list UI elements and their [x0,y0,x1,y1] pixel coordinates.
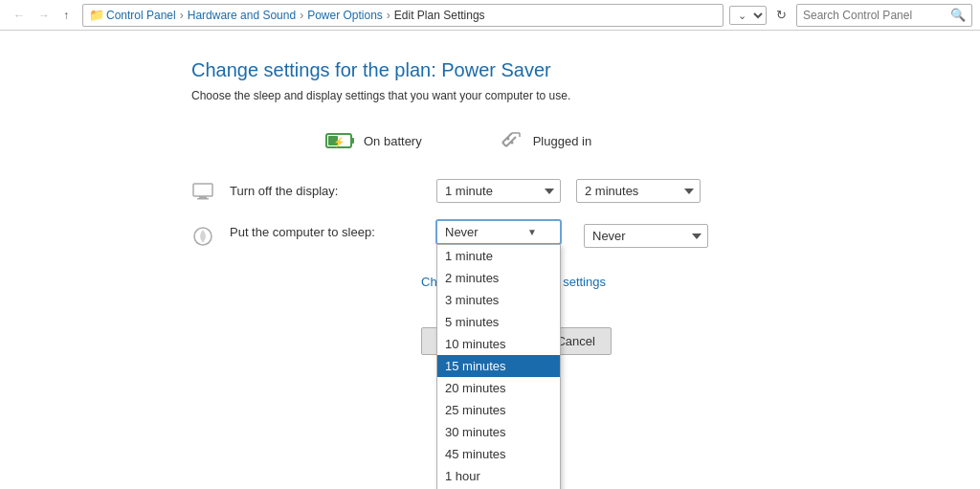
svg-point-9 [506,138,509,141]
dropdown-item-15min[interactable]: 15 minutes [437,355,560,377]
sleep-icon [191,225,214,248]
svg-rect-13 [197,198,209,200]
dropdown-item-3min[interactable]: 3 minutes [437,289,560,311]
breadcrumb: 📁 Control Panel › Hardware and Sound › P… [82,4,724,27]
display-label: Turn off the display: [230,184,421,198]
sleep-battery-dropdown-trigger[interactable]: Never ▼ [436,220,561,244]
sleep-plugged-dropdown[interactable]: Never 1 minute 2 minutes 5 minutes [584,224,708,248]
main-content: Change settings for the plan: Power Save… [0,31,980,489]
plugged-in-label: Plugged in [499,131,591,150]
battery-icon: ⚡ [325,131,356,150]
svg-rect-1 [351,138,354,144]
breadcrumb-power-options[interactable]: Power Options [307,9,383,22]
svg-line-6 [502,143,506,146]
on-battery-label: ⚡ On battery [325,131,422,150]
dropdown-item-25min[interactable]: 25 minutes [437,399,560,421]
display-battery-dropdown[interactable]: 1 minute 2 minutes 3 minutes 5 minutes 1… [436,179,561,203]
plug-icon [499,131,525,150]
forward-button[interactable]: → [33,6,56,25]
sleep-label: Put the computer to sleep: [230,225,421,239]
breadcrumb-control-panel[interactable]: Control Panel [106,9,176,22]
svg-rect-11 [193,184,212,196]
up-button[interactable]: ↑ [57,6,75,25]
address-dropdown[interactable]: ⌄ [729,6,767,25]
dropdown-item-20min[interactable]: 20 minutes [437,377,560,399]
search-box: 🔍 [796,4,972,27]
sleep-dropdown-list: 1 minute 2 minutes 3 minutes 5 minutes 1… [436,244,561,489]
breadcrumb-edit-plan: Edit Plan Settings [394,9,485,22]
page-title: Change settings for the plan: Power Save… [191,59,923,81]
sleep-battery-value: Never [445,225,479,239]
dropdown-item-10min[interactable]: 10 minutes [437,333,560,355]
back-button[interactable]: ← [8,6,31,25]
svg-point-10 [510,142,513,144]
refresh-button[interactable]: ↻ [770,5,792,25]
dropdown-item-30min[interactable]: 30 minutes [437,421,560,443]
address-bar: ← → ↑ 📁 Control Panel › Hardware and Sou… [0,0,980,31]
folder-icon: 📁 [89,8,104,22]
search-icon: 🔍 [950,8,966,22]
breadcrumb-sep-1: › [180,9,184,22]
dropdown-item-5min[interactable]: 5 minutes [437,311,560,333]
page-subtitle: Choose the sleep and display settings th… [191,89,923,102]
display-icon [191,180,214,203]
dropdown-item-1hr[interactable]: 1 hour [437,465,560,487]
chevron-down-icon: ▼ [527,227,537,237]
dropdown-item-2min[interactable]: 2 minutes [437,267,560,289]
svg-text:⚡: ⚡ [333,136,345,148]
icons-row: ⚡ On battery Plugged in [325,131,923,150]
breadcrumb-hardware-sound[interactable]: Hardware and Sound [188,9,296,22]
breadcrumb-sep-3: › [387,9,390,22]
sleep-battery-dropdown-container: Never ▼ 1 minute 2 minutes 3 minutes 5 m… [436,220,561,244]
sleep-settings-row: Put the computer to sleep: Never ▼ 1 min… [191,220,923,248]
dropdown-item-1min[interactable]: 1 minute [437,245,560,267]
breadcrumb-sep-2: › [300,9,303,22]
dropdown-item-45min[interactable]: 45 minutes [437,443,560,465]
nav-buttons: ← → ↑ [8,6,75,25]
display-plugged-dropdown[interactable]: 1 minute 2 minutes 3 minutes 5 minutes N… [576,179,701,203]
search-input[interactable] [803,9,947,22]
plugged-in-text: Plugged in [533,134,591,148]
on-battery-text: On battery [364,134,422,148]
display-settings-row: Turn off the display: 1 minute 2 minutes… [191,179,923,203]
svg-rect-12 [199,196,207,198]
